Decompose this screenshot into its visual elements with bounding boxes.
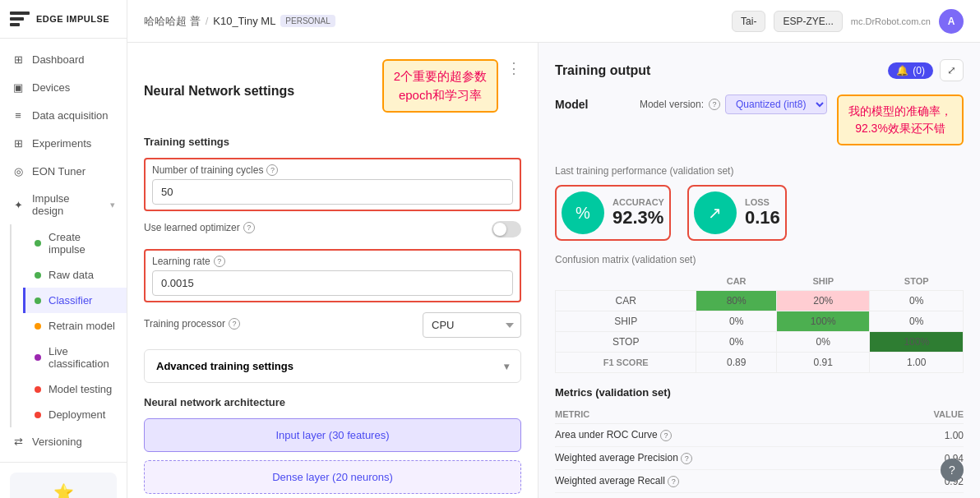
confusion-title: Confusion matrix (validation set) bbox=[555, 254, 964, 265]
arch-section: Neural network architecture Input layer … bbox=[144, 396, 521, 498]
sidebar-item-deployment[interactable]: Deployment bbox=[23, 402, 127, 427]
devices-icon: ▣ bbox=[12, 81, 25, 94]
confusion-section: Confusion matrix (validation set) CAR SH… bbox=[555, 254, 964, 373]
confusion-row-car: CAR 80% 20% 0% bbox=[556, 291, 964, 311]
impulse-icon: ✦ bbox=[12, 198, 25, 211]
sidebar-item-eon-tuner[interactable]: ◎ EON Tuner bbox=[0, 157, 127, 185]
upgrade-box: ⭐ Upgrade Plan Get access to higher job … bbox=[10, 473, 117, 498]
advanced-settings-section: Advanced training settings ▾ bbox=[144, 349, 521, 383]
auc-info-icon[interactable]: ? bbox=[660, 430, 672, 441]
deployment-dot bbox=[35, 412, 41, 418]
processor-info-icon[interactable]: ? bbox=[229, 318, 240, 330]
loss-card-wrapper: ↗ LOSS 0.16 bbox=[687, 185, 787, 241]
metric-label-recall: Weighted average Recall ? bbox=[555, 470, 890, 493]
right-annotation-box: 我的模型的准确率， 92.3%效果还不错 bbox=[837, 95, 964, 145]
model-version-select[interactable]: Quantized (int8) Float32 bbox=[725, 95, 827, 114]
topbar: 哈哈哈超 普 / K10_Tiny ML PERSONAL Tai- ESP-Z… bbox=[127, 0, 980, 43]
sidebar-item-classifier[interactable]: Classifier bbox=[23, 288, 127, 313]
create-impulse-dot bbox=[35, 240, 41, 247]
sidebar-item-retrain[interactable]: Retrain model bbox=[23, 313, 127, 339]
sidebar-item-versioning[interactable]: ⇄ Versioning bbox=[0, 427, 127, 455]
confusion-table: CAR SHIP STOP CAR 80% 20% 0% bbox=[555, 272, 964, 373]
sidebar-item-dashboard[interactable]: ⊞ Dashboard bbox=[0, 45, 127, 73]
f1-stop: 1.00 bbox=[870, 353, 964, 373]
optimizer-row: Use learned optimizer ? bbox=[144, 221, 521, 237]
metrics-col-value: VALUE bbox=[890, 405, 964, 424]
left-panel: Neural Network settings 2个重要的超参数 epoch和学… bbox=[127, 43, 539, 498]
metric-value-f1: 0.92 bbox=[890, 493, 964, 499]
loss-value: 0.16 bbox=[745, 207, 780, 228]
sidebar-item-live-classification[interactable]: Live classification bbox=[23, 339, 127, 376]
dense-layer-1[interactable]: Dense layer (20 neurons) bbox=[144, 460, 521, 494]
metrics-table: METRIC VALUE Area under ROC Curve ? 1.00… bbox=[555, 405, 964, 498]
recall-info-icon[interactable]: ? bbox=[668, 476, 679, 487]
arch-title: Neural network architecture bbox=[144, 396, 521, 408]
optimizer-toggle[interactable] bbox=[492, 221, 521, 237]
logo-icon bbox=[10, 12, 30, 26]
sidebar-item-create-impulse[interactable]: Create impulse bbox=[23, 224, 127, 262]
sidebar-item-devices[interactable]: ▣ Devices bbox=[0, 73, 127, 101]
topbar-btn1[interactable]: Tai- bbox=[732, 11, 765, 32]
live-class-dot bbox=[35, 354, 41, 361]
expand-button[interactable]: ⤢ bbox=[940, 59, 964, 81]
perf-section: Last training performance (validation se… bbox=[555, 165, 964, 241]
notifications-badge[interactable]: 🔔 (0) bbox=[888, 62, 933, 79]
panel-menu-icon[interactable]: ⋮ bbox=[506, 59, 521, 77]
model-version-info-icon[interactable]: ? bbox=[709, 99, 720, 110]
optimizer-info-icon[interactable]: ? bbox=[243, 222, 255, 233]
processor-select[interactable]: CPU GPU bbox=[423, 312, 521, 338]
perf-cards: % ACCURACY 92.3% ↗ bbox=[555, 185, 964, 241]
topbar-btn2[interactable]: ESP-ZYE... bbox=[774, 11, 842, 32]
annotation-box: 2个重要的超参数 epoch和学习率 bbox=[382, 59, 498, 113]
confusion-header-car: CAR bbox=[696, 272, 777, 291]
retrain-dot bbox=[35, 323, 41, 330]
panel-title: Neural Network settings bbox=[144, 84, 294, 99]
confusion-label-ship: SHIP bbox=[556, 311, 696, 332]
num-cycles-row: Number of training cycles ? bbox=[144, 158, 521, 211]
precision-info-icon[interactable]: ? bbox=[681, 453, 692, 464]
input-layer[interactable]: Input layer (30 features) bbox=[144, 418, 521, 452]
eon-icon: ◎ bbox=[12, 164, 25, 178]
sidebar-item-experiments[interactable]: ⊞ Experiments bbox=[0, 129, 127, 157]
breadcrumb: 哈哈哈超 普 / K10_Tiny ML PERSONAL bbox=[144, 14, 335, 29]
num-cycles-info-icon[interactable]: ? bbox=[266, 164, 278, 176]
sidebar-item-raw-data[interactable]: Raw data bbox=[23, 262, 127, 288]
metric-row-recall: Weighted average Recall ? 0.92 bbox=[555, 470, 964, 493]
num-cycles-label: Number of training cycles ? bbox=[152, 164, 513, 176]
breadcrumb-badge: PERSONAL bbox=[280, 15, 335, 27]
sidebar-nav: ⊞ Dashboard ▣ Devices ≡ Data acquisition… bbox=[0, 39, 127, 462]
metric-label-f1: Weighted average F1 score ? bbox=[555, 493, 890, 499]
learning-rate-info-icon[interactable]: ? bbox=[214, 256, 225, 267]
accuracy-icon: % bbox=[562, 191, 604, 234]
num-cycles-input[interactable] bbox=[152, 179, 513, 205]
help-button[interactable]: ? bbox=[941, 459, 964, 482]
confusion-header-ship: SHIP bbox=[776, 272, 870, 291]
loss-icon: ↗ bbox=[694, 191, 737, 234]
data-icon: ≡ bbox=[12, 108, 25, 122]
metric-row-precision: Weighted average Precision ? 0.94 bbox=[555, 447, 964, 470]
metric-label-precision: Weighted average Precision ? bbox=[555, 447, 890, 470]
sidebar-item-data-acquisition[interactable]: ≡ Data acquisition bbox=[0, 101, 127, 129]
content-area: Neural Network settings 2个重要的超参数 epoch和学… bbox=[127, 43, 980, 498]
classifier-dot bbox=[35, 297, 41, 304]
model-row: Model Model version: ? Quantized (int8) … bbox=[555, 95, 827, 114]
sidebar-item-impulse-design[interactable]: ✦ Impulse design ▾ bbox=[0, 185, 127, 224]
advanced-settings-header[interactable]: Advanced training settings ▾ bbox=[145, 350, 520, 382]
metrics-section: Metrics (validation set) METRIC VALUE Ar… bbox=[555, 386, 964, 498]
sidebar-item-model-testing[interactable]: Model testing bbox=[23, 376, 127, 402]
main-area: 哈哈哈超 普 / K10_Tiny ML PERSONAL Tai- ESP-Z… bbox=[127, 0, 980, 498]
f1-car: 0.89 bbox=[696, 353, 777, 373]
confusion-cell-ship-ship: 100% bbox=[776, 311, 870, 332]
learning-rate-input[interactable] bbox=[152, 270, 513, 296]
dashboard-icon: ⊞ bbox=[12, 53, 25, 66]
confusion-cell-stop-stop: 100% bbox=[870, 332, 964, 353]
confusion-row-stop: STOP 0% 0% 100% bbox=[556, 332, 964, 353]
confusion-header-row bbox=[556, 272, 696, 291]
breadcrumb-project: K10_Tiny ML bbox=[213, 15, 275, 27]
accuracy-label: ACCURACY bbox=[612, 197, 664, 207]
f1-ship: 0.91 bbox=[776, 353, 870, 373]
sidebar-bottom: ⭐ Upgrade Plan Get access to higher job … bbox=[0, 462, 127, 498]
confusion-cell-car-ship: 20% bbox=[776, 291, 870, 311]
confusion-header-stop: STOP bbox=[870, 272, 964, 291]
processor-row: Training processor ? CPU GPU bbox=[144, 312, 521, 338]
